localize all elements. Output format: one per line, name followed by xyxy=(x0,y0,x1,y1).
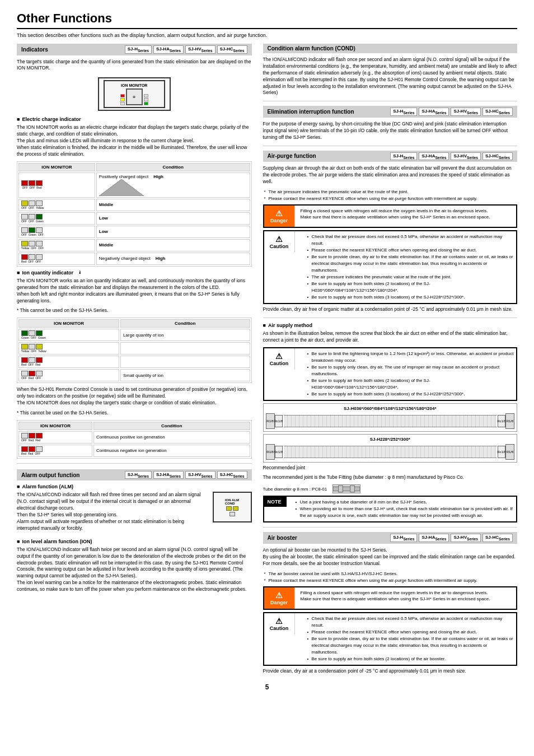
air-booster-danger-text: Filling a closed space with nitrogen wil… xyxy=(298,587,493,604)
elimination-badges: SJ-HSeries SJ-HASeries SJ-HVSeries SJ-HC… xyxy=(390,108,513,116)
air-purge-badges: SJ-HSeries SJ-HASeries SJ-HVSeries SJ-HC… xyxy=(390,152,513,161)
air-purge-notes: The air pressure indicates the pneumatic… xyxy=(263,189,517,202)
ion-quantity-note2: * This cannot be used on the SJ-HA Serie… xyxy=(17,410,252,417)
air-supply-body: As shown in the illustration below, remo… xyxy=(263,330,517,344)
ion-level-body: The ION/ALM/COND indicator will flash tw… xyxy=(17,547,252,593)
air-booster-header: Air booster SJ-HSeries SJ-HASeries SJ-HV… xyxy=(263,532,517,544)
air-purge-provide-text: Provide clean, dry air free of organic m… xyxy=(263,306,517,313)
air-booster-danger-box: ⚠ Danger Filling a closed space with nit… xyxy=(263,586,517,610)
air-purge-body: Supplying clean air through the air duct… xyxy=(263,165,517,185)
alarm-output-header: Alarm output function SJ-HSeries SJ-HASe… xyxy=(17,469,252,481)
air-purge-header: Air-purge function SJ-HSeries SJ-HASerie… xyxy=(263,151,517,162)
condition-alarm-body: The ION/ALM/COND indicator will flash on… xyxy=(263,57,517,96)
air-booster-caution-box: ⚠ Caution Check that the air pressure do… xyxy=(263,612,517,666)
elimination-interrupt-header: Elimination interruption function SJ-HSe… xyxy=(263,106,517,118)
air-supply-caution-text: Be sure to limit the tightening torque t… xyxy=(298,348,516,400)
svg-rect-2 xyxy=(339,486,343,493)
electric-charge-table: ION MONITOR Condition OFFOFFRed xyxy=(17,161,252,267)
indicators-body: The target's static charge and the quant… xyxy=(17,59,252,72)
indicators-badges: SJ-HSeries SJ-HASeries SJ-HVSeries SJ-HC… xyxy=(125,45,247,54)
tube-diameter-row: Tube diameter φ 8 mm : PC8-01 xyxy=(263,484,517,493)
ion-monitor-image: ION MONITOR ⊕ xyxy=(98,77,171,111)
page-title: Other Functions xyxy=(17,11,517,29)
air-purge-caution-text: Check that the air pressure does not exc… xyxy=(298,231,516,303)
ion-level-title: Ion level alarm function (ION) xyxy=(17,539,252,544)
svg-rect-3 xyxy=(350,486,355,493)
ion-quantity-note: * This cannot be used on the SJ-HA Serie… xyxy=(17,307,252,314)
tube-diameter-text: Tube diameter φ 8 mm : PC8-01 xyxy=(263,487,327,492)
alarm-alm-body: The ION/ALM/COND indicator will flash re… xyxy=(17,492,208,531)
electric-charge-title: Electric charge indicator xyxy=(17,116,252,122)
ion-quantity-table: ION MONITOR Condition GreenOFFGreen Larg… xyxy=(17,318,252,383)
air-supply-note-content: Use a joint having a tube diameter of 8 … xyxy=(287,497,516,521)
air-purge-caution-box: ⚠ Caution Check that the air pressure do… xyxy=(263,230,517,304)
ion-quantity-extra: When the SJ-H01 Remote Control Console i… xyxy=(17,386,252,407)
condition-alarm-header: Condition alarm function (COND) xyxy=(263,44,517,53)
page-number: 5 xyxy=(17,683,517,691)
tube-fitting-diagram xyxy=(332,484,360,493)
air-supply-diagram2: SJ-H228*/252*/300* R1/8 Rc1/8 Rc1/8 R1/8 xyxy=(263,434,517,463)
air-booster-provide-text: Provide clean, dry air at a condensation… xyxy=(263,668,517,675)
recommended-joint-label: Recommended joint xyxy=(263,465,517,472)
electric-charge-body: The ION MONITOR works as an electric cha… xyxy=(17,124,252,157)
continuous-ion-table: ION MONITOR Condition OFFRedRed Continuo… xyxy=(17,420,252,459)
tube-info: The recommended joint is the Tube Fittin… xyxy=(263,474,517,481)
ion-quantity-title: Ion quantity indicator 🌡 xyxy=(17,270,252,276)
air-supply-caution-box: ⚠ Caution Be sure to limit the tightenin… xyxy=(263,347,517,401)
air-booster-badges: SJ-HSeries SJ-HASeries SJ-HVSeries SJ-HC… xyxy=(390,534,513,542)
ion-quantity-body: The ION MONITOR works as an ion quantity… xyxy=(17,278,252,305)
air-supply-note-box: NOTE Use a joint having a tube diameter … xyxy=(263,496,517,522)
air-supply-diagram1: SJ-H036*/060*/084*/108*/132*/156*/180*/2… xyxy=(263,403,517,432)
air-booster-body: An optional air booster can be mounted t… xyxy=(263,547,517,567)
diagram2-title: SJ-H228*/252*/300* xyxy=(266,437,514,442)
svg-rect-1 xyxy=(333,487,360,491)
alarm-badges: SJ-HSeries SJ-HASeries SJ-HVSeries SJ-HC… xyxy=(125,471,247,479)
air-booster-notes: The air booster cannot be used with SJ-H… xyxy=(263,571,517,584)
air-supply-title: Air supply method xyxy=(263,323,517,328)
intro-text: This section describes other functions s… xyxy=(17,32,517,38)
indicators-section-header: Indicators SJ-HSeries SJ-HASeries SJ-HVS… xyxy=(17,44,252,55)
diagram1-title: SJ-H036*/060*/084*/108*/132*/156*/180*/2… xyxy=(266,406,514,411)
alarm-alm-title: Alarm function (ALM) xyxy=(17,484,252,489)
air-purge-danger-box: ⚠ Danger Filling a closed space with nit… xyxy=(263,204,517,228)
svg-marker-0 xyxy=(99,179,144,196)
air-booster-caution-text: Check that the air pressure does not exc… xyxy=(298,613,516,665)
air-purge-danger-text: Filling a closed space with nitrogen wil… xyxy=(298,206,493,222)
elimination-interrupt-body: For the purpose of energy saving, by sho… xyxy=(263,121,517,141)
